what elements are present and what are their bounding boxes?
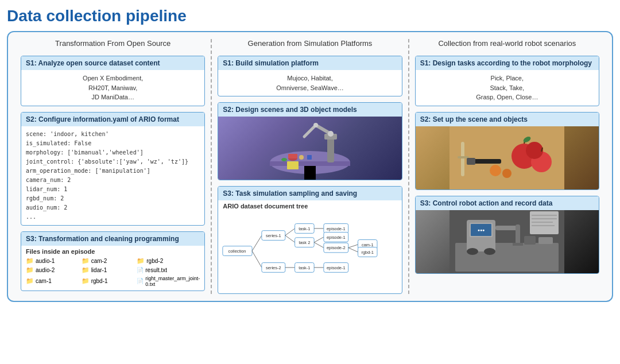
col1-s1-content: Open X Embodiment,RH20T, Maniwav,JD Mani…: [21, 70, 204, 106]
svg-text:episode-1: episode-1: [327, 265, 346, 270]
svg-text:task-1: task-1: [299, 226, 311, 231]
col2-s3-box: S3: Task simulation sampling and saving …: [218, 186, 402, 294]
col3-heading: Collection from real-world robot scenari…: [415, 39, 599, 48]
svg-text:series-1: series-1: [266, 233, 281, 238]
svg-text:task-1: task-1: [299, 265, 311, 270]
col3-s3-box: S3: Control robot action and record data…: [415, 196, 599, 274]
column-3: Collection from real-world robot scenari…: [409, 39, 605, 294]
file-label: cam-2: [91, 258, 107, 264]
col3-s1-header: S1: Design tasks according to the robot …: [416, 56, 599, 70]
svg-point-7: [328, 131, 334, 137]
file-label: lidar-1: [91, 267, 107, 273]
svg-line-41: [348, 245, 358, 248]
col2-s2-header: S2: Design scenes and 3D object models: [218, 103, 401, 117]
file-cam-2: 📁 cam-2: [82, 257, 134, 265]
svg-rect-13: [307, 155, 312, 160]
svg-point-61: [490, 165, 501, 176]
page-title: Data collection pipeline: [7, 7, 613, 25]
file-rgbd-1: 📁 rgbd-1: [82, 276, 134, 287]
svg-rect-60: [467, 158, 475, 165]
svg-rect-1: [270, 161, 350, 166]
col2-s1-box: S1: Build simulation platform Mujoco, Ha…: [218, 56, 402, 96]
main-container: Transformation From Open Source S1: Anal…: [7, 31, 613, 302]
file-label: right_master_arm_joint-0.txt: [145, 276, 200, 287]
svg-line-6: [304, 125, 316, 137]
col1-s3-files: 📁 audio-1 📁 cam-2 📁 rgbd-2 📁 audio-2: [21, 257, 204, 291]
svg-rect-14: [287, 161, 299, 169]
svg-rect-67: [495, 226, 518, 230]
file-right-master: 📄 right_master_arm_joint-0.txt: [137, 276, 200, 287]
col3-s2-box: S2: Set up the scene and objects: [415, 112, 599, 190]
svg-point-11: [281, 158, 287, 161]
file-lidar-1: 📁 lidar-1: [82, 266, 134, 274]
svg-text:task 2: task 2: [299, 240, 311, 245]
svg-text:●●●: ●●●: [478, 228, 485, 232]
svg-rect-10: [288, 154, 297, 158]
svg-point-72: [467, 248, 478, 255]
file-rgbd-2: 📁 rgbd-2: [137, 257, 200, 265]
col2-s3-tree: collection series-1 series-2 task-1: [218, 211, 401, 293]
column-2: Generation from Simulation Platforms S1:…: [212, 39, 409, 294]
folder-icon: 📁: [82, 257, 90, 265]
col2-s2-box: S2: Design scenes and 3D object models: [218, 102, 402, 180]
svg-point-8: [313, 123, 318, 127]
folder-icon: 📁: [82, 266, 90, 274]
svg-point-12: [299, 155, 304, 160]
col2-s3-subtitle: ARIO dataset document tree: [218, 200, 401, 211]
svg-rect-68: [516, 224, 520, 245]
col2-heading: Generation from Simulation Platforms: [218, 39, 402, 48]
col3-s1-content: Pick, Place,Stack, Take,Grasp, Open, Clo…: [416, 70, 599, 106]
col3-s1-box: S1: Design tasks according to the robot …: [415, 56, 599, 106]
svg-text:series-2: series-2: [266, 265, 281, 270]
col1-s2-content: scene: 'indoor, kitchen' is_simulated: F…: [21, 126, 204, 225]
folder-icon: 📁: [82, 277, 90, 285]
col3-s2-image: [416, 126, 599, 189]
file-label: audio-1: [36, 258, 55, 264]
svg-line-42: [348, 247, 358, 251]
col1-s3-box: S3: Transformation and cleaning programm…: [21, 231, 205, 291]
file-icon: 📄: [137, 267, 144, 273]
file-cam-1: 📁 cam-1: [26, 276, 78, 287]
file-label: audio-2: [36, 267, 55, 273]
file-audio-1: 📁 audio-1: [26, 257, 78, 265]
svg-line-18: [252, 251, 262, 268]
col1-s1-header: S1: Analyze open source dataset content: [21, 56, 204, 70]
col3-s3-header: S3: Control robot action and record data: [416, 196, 599, 210]
col1-s2-header: S2: Configure information.yaml of ARIO f…: [21, 113, 204, 126]
file-result-txt: 📄 result.txt: [137, 266, 200, 274]
folder-icon: 📁: [26, 266, 34, 274]
svg-rect-2: [304, 166, 316, 180]
svg-text:rgbd-1: rgbd-1: [362, 250, 374, 255]
col1-s3-header: S3: Transformation and cleaning programm…: [21, 232, 204, 246]
folder-icon: 📁: [26, 277, 34, 285]
svg-point-53: [526, 142, 543, 159]
svg-rect-3: [327, 137, 334, 162]
svg-line-35: [314, 237, 324, 242]
svg-point-62: [502, 169, 512, 178]
col1-s2-box: S2: Configure information.yaml of ARIO f…: [21, 112, 205, 226]
svg-line-17: [252, 235, 262, 251]
svg-rect-57: [461, 142, 464, 176]
svg-line-36: [314, 242, 324, 247]
col1-s3-subtitle: Files inside an episode: [21, 246, 204, 256]
col1-heading: Transformation From Open Source: [21, 39, 205, 48]
svg-rect-59: [472, 159, 501, 164]
svg-rect-75: [538, 237, 553, 244]
col3-s2-header: S2: Set up the scene and objects: [416, 113, 599, 126]
folder-icon: 📁: [26, 257, 34, 265]
file-label: result.txt: [145, 267, 167, 273]
col3-s3-image: ●●●: [416, 210, 599, 273]
svg-line-23: [285, 229, 295, 235]
svg-text:episode-1: episode-1: [327, 235, 346, 240]
svg-rect-74: [524, 236, 536, 245]
svg-text:episode-2: episode-2: [327, 245, 346, 250]
file-label: cam-1: [36, 278, 52, 284]
col2-s1-content: Mujoco, Habitat,Omniverse, SeaWave…: [218, 70, 401, 96]
svg-text:collection: collection: [228, 249, 246, 254]
svg-rect-69: [513, 243, 523, 246]
col1-s1-box: S1: Analyze open source dataset content …: [21, 56, 205, 106]
folder-icon: 📁: [137, 257, 145, 265]
col2-s1-header: S1: Build simulation platform: [218, 56, 401, 70]
svg-point-73: [484, 248, 495, 255]
col2-s3-header: S3: Task simulation sampling and saving: [218, 187, 401, 200]
